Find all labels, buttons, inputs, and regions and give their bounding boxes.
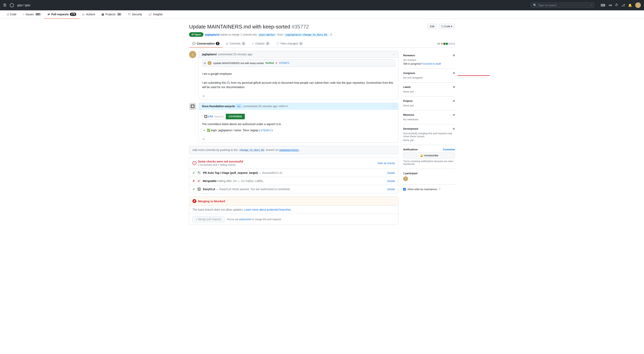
nav-code[interactable]: ◁ Code [3, 10, 20, 19]
clock-icon[interactable]: ⏱ [615, 3, 618, 7]
check-2-details-button[interactable]: Details [387, 180, 395, 183]
pr-title: Update MAINTAINERS.md with keep-sorted #… [189, 24, 309, 30]
comment-2-author: linux-foundation-easycla [202, 105, 235, 108]
nav-insights[interactable]: 📈 Insights [145, 10, 166, 19]
tab-files-label: Files changed [280, 42, 298, 45]
nav-pull-requests[interactable]: ⇄ Pull requests 279 [44, 10, 80, 19]
participants-list: J [403, 176, 455, 181]
reviewers-gear-icon[interactable]: ⚙ [453, 54, 455, 57]
allow-edits-help-icon[interactable]: ? [439, 188, 440, 191]
sidebar-projects: Projects ⚙ None yet [403, 96, 455, 110]
tab-commits[interactable]: ⊙ Commits 1 [223, 40, 248, 47]
pr-header-actions: Edit ⬡ Code ▾ [427, 24, 455, 29]
github-logo: ⬡ [10, 2, 14, 8]
protected-branches-link[interactable]: Learn more about protected branches. [244, 208, 292, 211]
nav-actions[interactable]: ▷ Actions [80, 10, 98, 19]
checks-title: ! Some checks were not successful 2 succ… [192, 160, 243, 166]
tab-conversation[interactable]: 💬 Conversation 1 [189, 40, 223, 47]
red-arrow-assignees [457, 73, 491, 78]
comment-1-avatar: J [189, 51, 196, 58]
development-gear-icon[interactable]: ⚙ [453, 127, 455, 130]
assignees-gear-icon[interactable]: ⚙ [453, 72, 455, 75]
comment-2-box: linux-foundation-easycla bot commented 2… [198, 103, 398, 143]
checks-badge: 2 [266, 42, 270, 45]
pull-request-icon[interactable]: ⎇ [621, 3, 625, 7]
conversation-badge: 1 [216, 42, 220, 45]
customize-link[interactable]: Customize [443, 148, 455, 151]
verified-badge: Verified [265, 62, 274, 64]
comment-1-box: jagtaptanvi commented 25 minutes ago ···… [198, 51, 398, 100]
repo-navigation: ◁ Code ○ Issues 587 ⇄ Pull requests 279 … [0, 10, 644, 19]
cla-authorized-text: The committers listed above are authoriz… [202, 122, 395, 126]
commit-reference: ⊙ J Update MAINTAINERS.md with keep-sort… [202, 59, 395, 67]
convert-to-draft-link[interactable]: Convert to draft [423, 62, 441, 65]
merge-blocked-section: ✗ Merging is blocked The base branch doe… [189, 197, 398, 225]
emoji-reaction-button-2[interactable]: ☺ [202, 137, 205, 141]
add-commits-notice: Add more commits by pushing to the chang… [189, 146, 398, 154]
nav-issues-label: Issues [26, 13, 34, 16]
pr-author-link[interactable]: jagtaptanvi [205, 33, 220, 36]
nav-projects[interactable]: ▦ Projects 14 [98, 10, 125, 19]
code-button[interactable]: ⬡ Code ▾ [438, 24, 455, 29]
edit-button[interactable]: Edit [427, 24, 437, 29]
projects-gear-icon[interactable]: ⚙ [453, 100, 455, 102]
merge-blocked-body: The base branch does not allow updates. … [189, 206, 398, 214]
fail-circle-icon: ! [192, 161, 196, 165]
milestone-gear-icon[interactable]: ⚙ [453, 114, 455, 116]
committer-item: ✅ login: jagtaptanvi / name: Tanvi Jagta… [207, 128, 395, 132]
comment-1-menu[interactable]: ··· [393, 53, 395, 56]
check-3-details-button[interactable]: Details [387, 188, 395, 191]
actions-icon: ▷ [82, 13, 85, 16]
sidebar-reviewers: Reviewers ⚙ No reviews Still in progress… [403, 51, 455, 69]
nav-projects-label: Projects [105, 13, 116, 16]
bell-icon[interactable]: 🔔 [628, 3, 632, 7]
user-avatar[interactable] [635, 2, 641, 8]
plus-icon[interactable]: +▾ [608, 3, 612, 7]
global-search[interactable]: 🔍 Type / to search / [530, 2, 594, 8]
insights-icon: 📈 [148, 13, 152, 16]
allow-edits-row: Allow edits by maintainers ? [403, 188, 455, 191]
committer-hash-link[interactable]: bf910f3 [261, 129, 271, 132]
commit-hash-link[interactable]: bf910f3 [279, 62, 289, 64]
terminal-icon[interactable]: ⌨ [600, 3, 605, 7]
lfx-logo: 🔲 LFX EasyCLA [202, 114, 226, 120]
hide-all-checks-button[interactable]: Hide all checks [378, 162, 395, 165]
edited-label: edited ▾ [278, 105, 288, 108]
diff-block-2 [446, 43, 448, 45]
nav-security[interactable]: 🛡 Security [125, 10, 145, 19]
files-badge: 1 [299, 42, 303, 45]
copy-icon[interactable]: ⎘ [330, 33, 332, 36]
pr-header: Update MAINTAINERS.md with keep-sorted #… [189, 24, 455, 30]
check-2-status-icon: ✗ [192, 179, 195, 183]
labels-gear-icon[interactable]: ⚙ [453, 86, 455, 88]
merge-pull-request-button: ⤵ Merge pull request [192, 216, 224, 222]
covered-badge: COVERED [226, 114, 245, 119]
comment-1-author: jagtaptanvi [202, 53, 217, 56]
repo-link[interactable]: jagtaptanvi/grpc [279, 148, 299, 152]
nav-security-label: Security [132, 13, 142, 16]
pr-badge: 279 [70, 13, 76, 16]
hamburger-icon[interactable]: ☰ [3, 3, 6, 7]
check-3-name: EasyCLA — EasyCLA check passed. You are … [203, 188, 290, 191]
nav-pr-label: Pull requests [51, 13, 69, 16]
comment-1-time: commented 25 minutes ago [218, 53, 252, 56]
milestone-label: Milestone ⚙ [403, 114, 455, 116]
unsubscribe-button[interactable]: 🔔 Unsubscribe [403, 153, 455, 158]
merge-blocked-header: ✗ Merging is blocked [189, 197, 398, 206]
comment-line-1: I am a google employee. [202, 72, 395, 76]
source-branch: jagtaptanvi:change_to_docs_01 [284, 33, 329, 36]
search-placeholder: Type / to search [538, 4, 557, 7]
check-1-icon: ⛏ [197, 171, 201, 175]
check-1-details-button[interactable]: Details [387, 171, 395, 174]
allow-edits-checkbox[interactable] [403, 188, 406, 191]
tab-checks[interactable]: ✓ Checks 2 [248, 40, 273, 47]
emoji-reaction-button-1[interactable]: ☺ [202, 94, 205, 98]
projects-icon: ▦ [102, 13, 104, 16]
tab-files-changed[interactable]: 📄 Files changed 1 [273, 40, 306, 47]
authorized-link[interactable]: authorized [239, 218, 251, 221]
nav-issues[interactable]: ○ Issues 587 [20, 10, 44, 19]
comment-2-menu[interactable]: ··· [393, 105, 395, 108]
diff-stat: +2 -0 [437, 42, 455, 45]
issues-icon: ○ [23, 13, 24, 16]
notifications-label: Notifications Customize [403, 148, 455, 151]
